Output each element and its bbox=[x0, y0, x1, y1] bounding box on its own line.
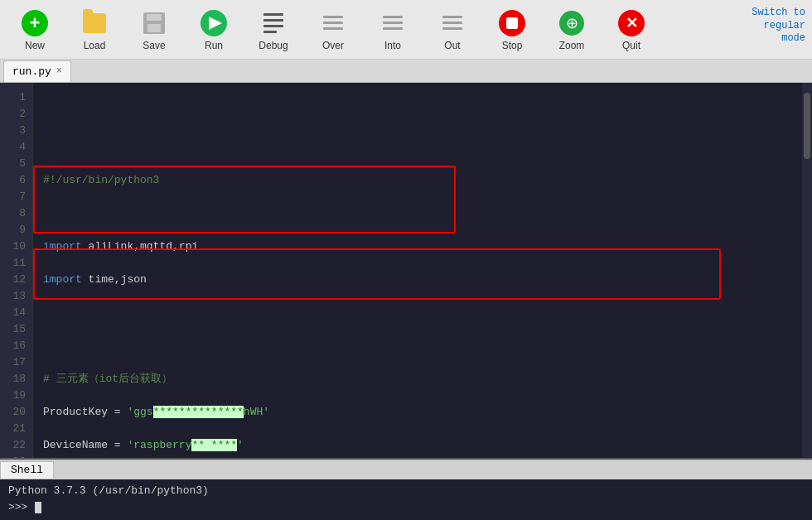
blank-line-2 bbox=[43, 205, 792, 222]
save-icon bbox=[143, 12, 165, 34]
blank-line-6 bbox=[43, 338, 792, 354]
new-button[interactable]: + New bbox=[5, 3, 65, 56]
shell-tab-label: Shell bbox=[11, 464, 43, 476]
load-label: Load bbox=[84, 40, 106, 51]
toolbar: + New Load Save Run Debug bbox=[0, 0, 812, 60]
comment-triple: # 三元素（iot后台获取） bbox=[43, 371, 792, 388]
shell-cursor bbox=[35, 502, 41, 513]
import-line-3: import aliLink,mqttd,rpi bbox=[43, 238, 792, 255]
out-icon bbox=[441, 12, 464, 35]
debug-label: Debug bbox=[259, 40, 288, 51]
zoom-icon: ⊕ bbox=[559, 11, 584, 36]
new-icon: + bbox=[22, 10, 48, 36]
shell-prompt: >>> bbox=[8, 501, 34, 513]
import-line-4: import time,json bbox=[43, 272, 792, 288]
shell-container: Shell Python 3.7.3 (/usr/bin/python3) >>… bbox=[0, 458, 812, 520]
debug-button[interactable]: Debug bbox=[244, 3, 303, 56]
quit-button[interactable]: ✕ Quit bbox=[602, 3, 661, 56]
into-button[interactable]: Into bbox=[363, 3, 423, 56]
tab-bar: run.py × bbox=[0, 60, 812, 83]
debug-icon bbox=[262, 12, 285, 35]
over-label: Over bbox=[322, 40, 344, 51]
run-label: Run bbox=[205, 40, 223, 51]
quit-icon: ✕ bbox=[618, 10, 645, 36]
load-button[interactable]: Load bbox=[65, 3, 124, 56]
product-key-line: ProductKey = 'ggs**************hWH' bbox=[43, 404, 792, 421]
out-label: Out bbox=[444, 40, 460, 51]
run-icon bbox=[201, 10, 227, 36]
over-button[interactable]: Over bbox=[303, 3, 363, 56]
into-label: Into bbox=[384, 40, 401, 51]
shebang-line: #!/usr/bin/python3 bbox=[43, 172, 792, 189]
editor-container: 12345 678910 1112131415 1617181920 21222… bbox=[0, 83, 812, 458]
switch-mode-link[interactable]: Switch to regular mode bbox=[752, 7, 805, 46]
over-icon bbox=[321, 12, 345, 35]
into-icon bbox=[381, 12, 404, 35]
tab-close-icon[interactable]: × bbox=[56, 65, 62, 77]
shell-tab[interactable]: Shell bbox=[0, 461, 54, 479]
device-name-line: DeviceName = 'raspberry** ****' bbox=[43, 437, 792, 454]
zoom-label: Zoom bbox=[559, 40, 585, 51]
shell-python-version: Python 3.7.3 (/usr/bin/python3) bbox=[8, 483, 804, 499]
out-button[interactable]: Out bbox=[423, 3, 482, 56]
shell-tab-bar: Shell bbox=[0, 460, 812, 479]
shell-prompt-line: >>> bbox=[8, 499, 804, 516]
blank-line-5 bbox=[43, 305, 792, 321]
new-label: New bbox=[25, 40, 45, 51]
stop-icon bbox=[499, 10, 525, 36]
vertical-scrollbar[interactable] bbox=[802, 83, 812, 458]
shell-output: Python 3.7.3 (/usr/bin/python3) >>> bbox=[0, 479, 812, 520]
file-tab[interactable]: run.py × bbox=[3, 60, 71, 82]
zoom-button[interactable]: ⊕ Zoom bbox=[542, 3, 602, 56]
line-numbers: 12345 678910 1112131415 1617181920 21222… bbox=[0, 83, 33, 458]
scrollbar-thumb[interactable] bbox=[804, 93, 810, 159]
save-label: Save bbox=[143, 40, 165, 51]
stop-button[interactable]: Stop bbox=[482, 3, 542, 56]
tab-filename: run.py bbox=[12, 65, 51, 78]
code-editor[interactable]: #!/usr/bin/python3 import aliLink,mqttd,… bbox=[33, 83, 802, 458]
run-button[interactable]: Run bbox=[184, 3, 244, 56]
quit-label: Quit bbox=[622, 40, 640, 51]
load-icon bbox=[83, 13, 106, 33]
stop-label: Stop bbox=[502, 40, 523, 51]
save-button[interactable]: Save bbox=[124, 3, 184, 56]
